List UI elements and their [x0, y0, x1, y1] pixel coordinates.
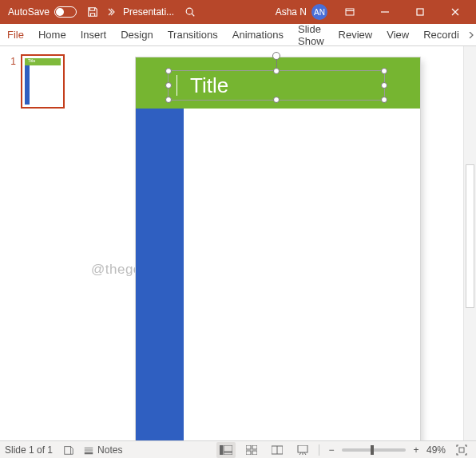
- tab-insert[interactable]: Insert: [73, 24, 114, 45]
- status-bar: Slide 1 of 1 Notes − + 49%: [0, 440, 476, 458]
- tab-file[interactable]: File: [0, 24, 31, 45]
- accessibility-button[interactable]: [61, 442, 77, 458]
- autosave-label: AutoSave: [8, 6, 50, 18]
- search-icon: [184, 6, 196, 18]
- tab-review[interactable]: Review: [331, 24, 380, 45]
- svg-rect-20: [459, 448, 464, 452]
- qat-overflow[interactable]: [104, 8, 118, 16]
- title-text: Title: [179, 73, 228, 98]
- ribbon-overflow[interactable]: [466, 24, 476, 45]
- maximize-icon: [415, 7, 425, 17]
- reading-view-button[interactable]: [268, 442, 287, 458]
- rotation-connector: [276, 59, 277, 68]
- rotation-handle[interactable]: [272, 52, 280, 60]
- tab-design[interactable]: Design: [113, 24, 160, 45]
- resize-handle-mr[interactable]: [381, 82, 387, 89]
- workspace: 1 Title @thegeekpage.com Title: [0, 46, 476, 440]
- accessibility-icon: [63, 444, 74, 456]
- chevron-right-icon: [468, 32, 474, 38]
- resize-handle-bl[interactable]: [165, 97, 172, 103]
- notes-button[interactable]: Notes: [83, 444, 122, 456]
- close-button[interactable]: [438, 0, 473, 24]
- title-bar: AutoSave Presentati... Asha N AN: [0, 0, 476, 24]
- normal-view-button[interactable]: [216, 442, 236, 458]
- user-account[interactable]: Asha N AN: [271, 4, 332, 20]
- tab-animations[interactable]: Animations: [225, 24, 291, 45]
- svg-rect-12: [246, 451, 251, 455]
- notes-label: Notes: [97, 444, 122, 456]
- text-cursor: [177, 75, 177, 96]
- save-button[interactable]: [81, 0, 104, 24]
- autosave-control[interactable]: AutoSave: [3, 6, 81, 18]
- zoom-control: − + 49%: [326, 444, 446, 456]
- slide-thumbnail-pane[interactable]: 1 Title: [0, 46, 86, 440]
- resize-handle-ml[interactable]: [165, 82, 172, 89]
- notes-icon: [83, 444, 94, 456]
- zoom-in-button[interactable]: +: [411, 444, 422, 456]
- thumbnail-number: 1: [6, 54, 16, 109]
- svg-rect-11: [252, 445, 257, 449]
- resize-handle-tm[interactable]: [273, 68, 280, 74]
- autosave-toggle[interactable]: [54, 6, 77, 18]
- user-name: Asha N: [276, 6, 307, 18]
- vertical-scrollbar[interactable]: [463, 46, 476, 440]
- chevron-right-icon: [107, 8, 115, 16]
- scrollbar-thumb[interactable]: [466, 164, 474, 308]
- thumbnail-title-text: Title: [28, 58, 35, 63]
- svg-line-1: [192, 14, 194, 16]
- svg-rect-8: [224, 445, 232, 452]
- zoom-slider-thumb[interactable]: [371, 445, 374, 455]
- zoom-slider[interactable]: [342, 448, 406, 452]
- resize-handle-br[interactable]: [381, 97, 387, 103]
- slide-sorter-icon: [246, 445, 257, 455]
- slideshow-icon: [297, 445, 308, 455]
- zoom-value[interactable]: 49%: [426, 444, 446, 456]
- sidebar-rectangle[interactable]: [136, 109, 184, 440]
- fit-window-icon: [456, 444, 467, 456]
- slide-canvas-area[interactable]: @thegeekpage.com Title: [86, 46, 476, 440]
- slide-counter[interactable]: Slide 1 of 1: [5, 444, 53, 456]
- zoom-out-button[interactable]: −: [326, 444, 337, 456]
- save-icon: [87, 6, 98, 18]
- svg-rect-5: [417, 9, 423, 15]
- tab-transitions[interactable]: Transitions: [161, 24, 225, 45]
- thumbnail-sidebar-shape: [25, 65, 30, 105]
- normal-view-icon: [220, 445, 232, 455]
- resize-handle-tl[interactable]: [165, 68, 172, 74]
- slideshow-view-button[interactable]: [293, 442, 312, 458]
- svg-rect-2: [346, 9, 354, 15]
- close-icon: [450, 7, 460, 17]
- tab-recording[interactable]: Recordi: [416, 24, 466, 45]
- tab-view[interactable]: View: [379, 24, 416, 45]
- svg-rect-16: [298, 445, 307, 452]
- avatar: AN: [311, 4, 327, 20]
- reading-view-icon: [272, 445, 283, 455]
- minimize-icon: [380, 7, 390, 17]
- svg-rect-13: [252, 451, 257, 455]
- search-button[interactable]: [179, 6, 201, 18]
- svg-rect-10: [246, 445, 251, 449]
- slide[interactable]: Title: [136, 57, 420, 440]
- thumbnail-preview[interactable]: Title: [21, 54, 65, 109]
- thumbnail-item[interactable]: 1 Title: [6, 54, 80, 109]
- title-textbox[interactable]: Title: [168, 70, 385, 101]
- svg-rect-6: [65, 446, 71, 454]
- resize-handle-tr[interactable]: [381, 68, 387, 74]
- resize-handle-bm[interactable]: [273, 97, 280, 103]
- minimize-button[interactable]: [367, 0, 403, 24]
- tab-home[interactable]: Home: [31, 24, 73, 45]
- document-title[interactable]: Presentati...: [118, 6, 179, 18]
- svg-rect-7: [220, 445, 223, 455]
- ribbon-tabs: File Home Insert Design Transitions Anim…: [0, 24, 476, 46]
- ribbon-options-icon: [345, 7, 355, 17]
- tab-slide-show[interactable]: Slide Show: [291, 24, 331, 45]
- fit-to-window-button[interactable]: [452, 442, 471, 458]
- svg-rect-9: [224, 452, 232, 455]
- svg-point-0: [186, 8, 192, 14]
- maximize-button[interactable]: [403, 0, 438, 24]
- slide-sorter-view-button[interactable]: [242, 442, 261, 458]
- ribbon-display-options[interactable]: [332, 0, 367, 24]
